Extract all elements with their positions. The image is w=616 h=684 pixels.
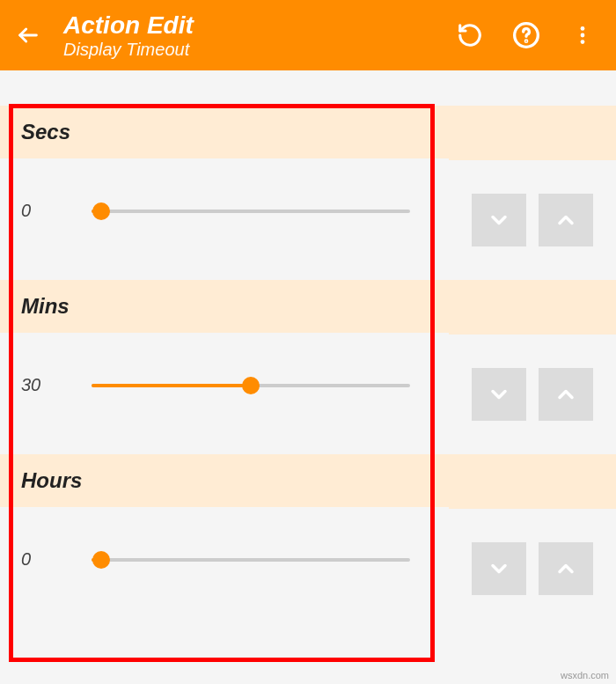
hours-slider-thumb[interactable]: [92, 551, 110, 569]
back-arrow-icon: [16, 23, 40, 48]
app-header: Action Edit Display Timeout: [0, 0, 616, 70]
hours-up-button[interactable]: [539, 542, 593, 595]
help-button[interactable]: [510, 19, 542, 51]
undo-icon: [457, 22, 483, 48]
mins-label: Mins: [0, 280, 449, 333]
chevron-up-icon: [554, 556, 578, 581]
chevron-down-icon: [487, 556, 511, 581]
secs-down-button[interactable]: [472, 194, 526, 246]
mins-up-button[interactable]: [539, 368, 593, 421]
page-subtitle: Display Timeout: [63, 40, 454, 60]
chevron-up-icon: [554, 208, 578, 232]
undo-button[interactable]: [454, 19, 486, 51]
mins-slider[interactable]: [92, 377, 410, 394]
chevron-down-icon: [487, 382, 511, 407]
secs-slider-thumb[interactable]: [92, 202, 110, 220]
section-hours: Hours 0: [0, 454, 616, 629]
hours-label: Hours: [0, 454, 449, 507]
page-title: Action Edit: [63, 11, 454, 40]
section-secs: Secs 0: [0, 106, 616, 280]
hours-value: 0: [21, 549, 74, 570]
section-mins: Mins 30: [0, 280, 616, 454]
chevron-up-icon: [554, 382, 578, 407]
mins-down-button[interactable]: [472, 368, 526, 421]
chevron-down-icon: [487, 208, 511, 232]
svg-point-2: [525, 40, 526, 41]
svg-point-5: [581, 40, 585, 44]
watermark: wsxdn.com: [561, 670, 609, 680]
svg-point-4: [581, 33, 585, 38]
help-icon: [512, 21, 540, 49]
back-button[interactable]: [11, 18, 46, 53]
secs-slider[interactable]: [92, 202, 410, 220]
header-actions: [454, 19, 598, 51]
header-titles: Action Edit Display Timeout: [63, 11, 454, 60]
hours-down-button[interactable]: [472, 542, 526, 595]
content: Secs 0 Mins: [0, 70, 616, 629]
mins-slider-thumb[interactable]: [242, 377, 260, 394]
mins-value: 30: [21, 375, 74, 395]
more-vert-icon: [571, 24, 594, 47]
secs-up-button[interactable]: [539, 194, 593, 246]
svg-point-3: [581, 26, 585, 31]
menu-button[interactable]: [567, 19, 598, 51]
secs-value: 0: [21, 201, 74, 221]
secs-label: Secs: [0, 106, 449, 158]
hours-slider[interactable]: [92, 551, 410, 569]
